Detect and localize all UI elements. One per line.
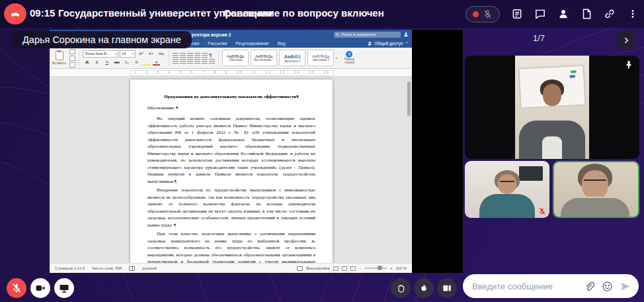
participant-video — [554, 162, 638, 217]
numbering-icon[interactable] — [180, 53, 186, 58]
page-indicator[interactable]: Страница 1 из 3 — [55, 266, 85, 270]
bullets-icon[interactable] — [173, 53, 179, 58]
multilevel-list-icon[interactable] — [187, 53, 193, 58]
change-case-button[interactable]: Аа — [157, 50, 165, 58]
format-painter-icon[interactable] — [69, 62, 75, 68]
fire-icon — [419, 283, 428, 293]
video-tile-participant-2[interactable] — [465, 161, 549, 218]
style-normal[interactable]: АаБбВгДд Обычный — [222, 50, 249, 66]
send-message-icon[interactable] — [620, 281, 631, 292]
zoom-knob[interactable] — [378, 266, 382, 270]
participant-face — [543, 84, 561, 106]
styles-pane-label: Панель стилей — [341, 58, 358, 65]
topbar-actions — [465, 0, 639, 28]
mic-toggle-button[interactable] — [7, 278, 26, 298]
subscript-button[interactable]: X₂ — [122, 59, 131, 66]
font-color-button[interactable]: А — [152, 59, 161, 66]
tab-mailings[interactable]: Рассылки — [208, 41, 227, 46]
formatting-marks-button[interactable]: ¶ — [209, 53, 212, 58]
video-tile-main[interactable] — [465, 56, 639, 159]
web-layout-icon[interactable] — [350, 266, 356, 271]
ruler-numbers: 1 2 3 4 5 6 7 8 9 10 11 12 13 14 15 16 1… — [134, 70, 330, 74]
account-icon[interactable] — [403, 32, 409, 37]
tv-background — [519, 166, 543, 181]
line-spacing-icon[interactable] — [202, 59, 208, 64]
highlight-color-button[interactable] — [142, 59, 151, 66]
styles-pane-icon: ¶ — [346, 51, 352, 58]
superscript-button[interactable]: X² — [132, 59, 141, 66]
styles-more-icon[interactable]: ▸ — [336, 56, 337, 60]
screen-share-area: W Эффективность ректора версия 2 Поиск в… — [50, 30, 463, 273]
zoom-in-button[interactable]: + — [390, 266, 393, 270]
camera-toggle-button[interactable] — [30, 278, 50, 298]
justify-icon[interactable] — [194, 59, 200, 64]
document-icon[interactable] — [580, 8, 592, 21]
indent-icon[interactable] — [202, 53, 208, 58]
divider — [169, 50, 169, 66]
link-icon[interactable] — [603, 8, 616, 21]
reactions-button[interactable] — [414, 278, 434, 298]
notes-icon[interactable] — [510, 8, 523, 21]
document-paragraph: На текущий момент основным документом, п… — [147, 115, 315, 185]
word-search-box[interactable]: Поиск в документе — [334, 32, 401, 38]
bold-button[interactable]: Ж — [83, 59, 91, 66]
document-page[interactable]: Предложения по дополнительному показател… — [130, 79, 333, 263]
emoji-icon[interactable] — [602, 281, 613, 292]
align-left-icon[interactable] — [173, 59, 179, 64]
end-call-button[interactable] — [4, 3, 26, 25]
tab-view[interactable]: Вид — [278, 41, 286, 46]
borders-icon[interactable] — [209, 59, 215, 64]
styles-pane-button[interactable]: ¶ Панель стилей — [341, 51, 358, 65]
recording-indicator[interactable] — [465, 6, 500, 23]
layout-view-button[interactable] — [437, 278, 457, 298]
style-label: Без интерва... — [255, 58, 274, 62]
style-heading-1[interactable]: АаБб1 Заголовок 1 — [279, 50, 305, 66]
align-center-icon[interactable] — [180, 59, 186, 64]
style-no-spacing[interactable]: АаБбВгДд Без интерва... — [251, 50, 277, 66]
paste-label: Вставить — [52, 61, 66, 65]
tab-review[interactable]: Рецензирование — [235, 41, 268, 46]
grow-font-button[interactable]: A^ — [137, 50, 145, 58]
read-mode-icon[interactable] — [333, 266, 339, 271]
document-heading: Предложения по дополнительному показател… — [147, 94, 315, 99]
word-count[interactable]: Число слов: 568 — [92, 266, 122, 270]
align-right-icon[interactable] — [187, 59, 193, 64]
language-indicator[interactable]: русский — [142, 266, 157, 270]
chat-icon[interactable] — [534, 8, 546, 21]
style-heading-2[interactable]: АаБбВгДд Заголовок 2 — [307, 50, 334, 66]
zoom-slider[interactable] — [364, 268, 387, 269]
paste-button[interactable]: Вставить — [52, 51, 66, 65]
print-layout-icon[interactable] — [342, 266, 347, 271]
shrink-font-button[interactable]: A˅ — [147, 50, 155, 58]
focus-label[interactable]: Фокусировка — [306, 266, 330, 270]
screen-share-button[interactable] — [54, 278, 74, 298]
zoom-level[interactable]: 110 % — [395, 266, 407, 270]
underline-button[interactable]: Ч — [102, 59, 111, 66]
raise-hand-button[interactable] — [391, 278, 411, 298]
style-label: Обычный — [229, 58, 242, 62]
strikethrough-button[interactable]: abc — [112, 59, 121, 66]
video-tile-participant-3-active[interactable] — [553, 161, 639, 218]
proofing-icon[interactable] — [129, 266, 135, 271]
copy-icon[interactable] — [69, 56, 75, 61]
font-size-select[interactable]: 14 ▾ — [120, 50, 136, 58]
vertical-scrollbar[interactable] — [407, 81, 411, 116]
participant-video — [515, 56, 589, 159]
message-input[interactable] — [471, 281, 577, 292]
collapse-ribbon-icon[interactable]: ⌃ — [405, 41, 409, 46]
zoom-out-button[interactable]: – — [359, 266, 361, 270]
next-participants-button[interactable] — [616, 30, 636, 50]
clipboard-group[interactable] — [69, 49, 75, 68]
outdent-icon[interactable] — [194, 53, 200, 58]
share-button[interactable]: Общий доступ ⌃ — [368, 41, 409, 46]
style-preview: АаБб1 — [284, 54, 300, 60]
font-name-select[interactable]: Times New R... ▾ — [83, 50, 118, 58]
attach-file-icon[interactable] — [584, 281, 595, 292]
more-menu-icon[interactable] — [626, 8, 639, 21]
ruler[interactable]: 1 2 3 4 5 6 7 8 9 10 11 12 13 14 15 16 1… — [50, 69, 412, 77]
cut-icon[interactable] — [69, 49, 75, 54]
italic-button[interactable]: К — [93, 59, 101, 66]
pin-icon[interactable] — [624, 60, 633, 70]
participants-icon[interactable] — [557, 8, 569, 21]
video-conference-app: 09:15 Государственный университет управл… — [0, 0, 644, 302]
